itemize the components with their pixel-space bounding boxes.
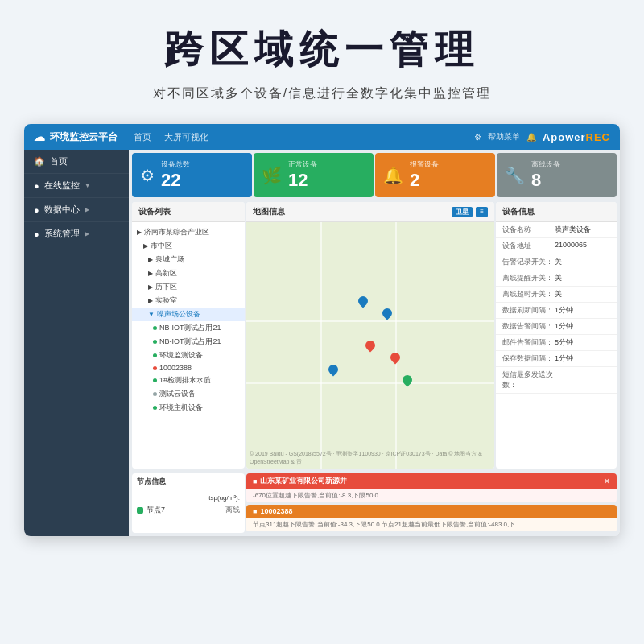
map-background: © 2019 Baidu - GS(2018)5572号 · 甲测资字11009… [246,222,494,469]
tree-item-8[interactable]: NB-IOT测试占用21 [132,335,245,349]
folder-icon-5: ▶ [148,283,153,291]
alert-company-0: 山东某矿业有限公司新源井 [260,476,347,486]
info-row-2: 告警记录开关： 关 [496,254,617,270]
chevron-down-icon: ▼ [85,182,91,189]
page-subtitle: 对不同区域多个设备/信息进行全数字化集中监控管理 [16,85,628,102]
info-row-4: 离线超时开关： 关 [496,287,617,303]
map-pin-2[interactable] [381,307,394,320]
tree-item-1[interactable]: ▶ 市中区 [132,239,245,253]
status-green-icon-2 [153,340,157,344]
tree-item-9[interactable]: 环境监测设备 [132,349,245,362]
alert-body-1: 节点311超越下限告警,当前值:-34.3,下限50.0 节点21超越当前最低下… [246,518,617,531]
tree-item-6[interactable]: ▼ 噪声场公设备 [132,308,245,321]
map-pin-1[interactable] [356,294,369,308]
sidebar-item-system[interactable]: ● 系统管理 ▶ [24,222,129,246]
alert-body-0: -670位置超越下限告警,当前值:-8.3,下限50.0 [246,489,617,502]
close-button-0[interactable]: ✕ [604,477,610,485]
tree-item-7[interactable]: NB-IOT测试占用21 [132,321,245,335]
stat-normal: 🌿 正常设备 12 [254,153,374,197]
device-info-rows: 设备名称： 噪声类设备 设备地址： 21000065 告警记录开关： 关 [496,222,617,394]
lower-content: 设备列表 ▶ 济南市某综合产业区 ▶ 市中区 ▶ [129,200,620,472]
tree-item-12[interactable]: 测试云设备 [132,387,245,401]
rec-text: REC [586,131,610,143]
alert-company-1: 10002388 [260,507,292,515]
folder-icon-2: ▶ [143,242,148,250]
nav-item-visual[interactable]: 大屏可视化 [164,131,208,143]
settings-icon[interactable]: ⚙ [474,133,481,142]
stat-offline-value: 8 [531,170,560,191]
monitor-icon: ● [34,181,39,191]
sidebar-label-monitoring: 在线监控 [44,180,80,192]
stats-row: ⚙ 设备总数 22 🌿 正常设备 12 🔔 [129,150,620,200]
stat-alarm: 🔔 报警设备 2 [375,153,495,197]
node-indicator-0 [137,507,143,514]
alert-header-0: ■ 山东某矿业有限公司新源井 ✕ [246,473,617,489]
map-pin-6[interactable] [401,373,415,386]
map-pin-3[interactable] [363,338,377,352]
tree-item-13[interactable]: 环境主机设备 [132,401,245,415]
node-col-value: tsp(ug/m³): [208,494,240,502]
node-panel-header: 节点信息 [137,477,240,489]
sidebar-item-data[interactable]: ● 数据中心 ▶ [24,198,129,222]
tree-item-4[interactable]: ▶ 历下区 [132,280,245,294]
map-road-v2 [395,222,397,469]
map-content: © 2019 Baidu - GS(2018)5572号 · 甲测资字11009… [246,222,494,469]
map-road-h2 [246,382,494,384]
status-green-icon [153,326,157,330]
map-panel: 地图信息 卫星 ≡ [246,202,494,469]
device-list-header: 设备列表 [132,202,245,222]
node-panel: 节点信息 tsp(ug/m³): 节点7 离线 [132,473,245,533]
stat-offline-label: 离线设备 [531,159,560,170]
map-btn-satellite[interactable]: 卫星 [452,207,473,217]
brand-name: 环境监控云平台 [50,130,118,144]
navbar-right: ⚙ 帮助菜单 🔔 Apower REC [474,131,610,143]
status-green-icon-3 [153,353,157,357]
node-value-0: 离线 [225,505,240,515]
stat-total-label: 设备总数 [161,159,190,170]
tree-item-5[interactable]: ▶ 实验室 [132,294,245,308]
stat-normal-value: 12 [288,170,317,191]
nav-item-home[interactable]: 首页 [134,131,151,143]
node-row-header: tsp(ug/m³): [137,493,240,503]
leaf-icon: 🌿 [262,166,282,185]
alert-icon-0: ■ [253,477,257,485]
map-controls: 卫星 ≡ [452,207,488,217]
brand: ☁ 环境监控云平台 [34,130,118,144]
tree-item-2[interactable]: ▶ 泉城广场 [132,253,245,266]
tree-item-11[interactable]: 1#检测排水水质 [132,374,245,387]
chevron-right-icon-2: ▶ [85,230,89,237]
sidebar-label-system: 系统管理 [44,228,80,240]
map-pin-4[interactable] [388,351,402,365]
info-row-9: 短信最多发送次数： [496,367,617,394]
bottom-section: 节点信息 tsp(ug/m³): 节点7 离线 [129,472,620,536]
sidebar-item-home[interactable]: 🏠 首页 [24,150,129,174]
folder-icon: ▶ [137,229,142,236]
gear-icon: ⚙ [140,166,155,185]
alert-panel-1: ■ 10002388 节点311超越下限告警,当前值:-34.3,下限50.0 … [246,505,617,534]
info-row-7: 邮件告警间隔： 5分钟 [496,335,617,351]
content-area: ⚙ 设备总数 22 🌿 正常设备 12 🔔 [129,150,620,536]
tree-item-0[interactable]: ▶ 济南市某综合产业区 [132,225,245,239]
navbar: ☁ 环境监控云平台 首页 大屏可视化 ⚙ 帮助菜单 🔔 Apower REC [24,124,620,150]
stat-alarm-value: 2 [410,170,439,191]
page-wrapper: 跨区域统一管理 对不同区域多个设备/信息进行全数字化集中监控管理 ☁ 环境监控云… [0,0,644,536]
data-icon: ● [34,205,39,215]
node-name-0: 节点7 [147,505,222,515]
map-btn-list[interactable]: ≡ [476,207,488,217]
map-road-v1 [320,222,322,469]
stat-total: ⚙ 设备总数 22 [132,153,252,197]
info-row-5: 数据刷新间隔： 1分钟 [496,303,617,319]
stat-offline: 🔧 离线设备 8 [497,153,617,197]
status-green-icon-4 [153,378,157,382]
tree-item-10[interactable]: 10002388 [132,362,245,374]
user-menu[interactable]: 帮助菜单 [488,131,520,142]
tree-item-3[interactable]: ▶ 高新区 [132,266,245,280]
alert-panel-0: ■ 山东某矿业有限公司新源井 ✕ -670位置超越下限告警,当前值:-8.3,下… [246,473,617,502]
info-row-0: 设备名称： 噪声类设备 [496,222,617,238]
info-row-3: 离线提醒开关： 关 [496,270,617,287]
info-row-6: 数据告警间隔： 1分钟 [496,319,617,335]
folder-icon-4: ▶ [148,270,153,277]
sidebar-item-monitoring[interactable]: ● 在线监控 ▼ [24,174,129,198]
map-pin-5[interactable] [326,363,340,377]
sidebar-label-home: 首页 [50,155,68,167]
